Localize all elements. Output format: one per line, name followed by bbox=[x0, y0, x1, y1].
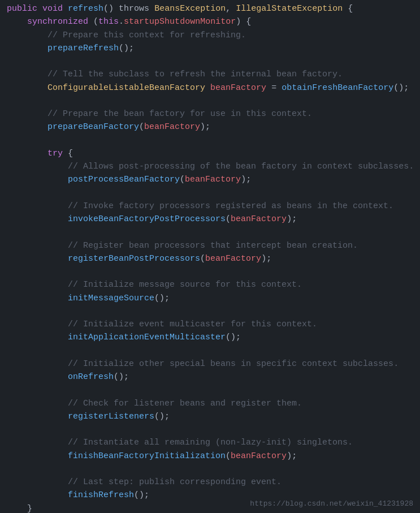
code-line-14: postProcessBeanFactory(beanFactory); bbox=[0, 173, 420, 186]
code-line-23: initMessageSource(); bbox=[0, 292, 420, 305]
code-line-13: // Allows post-processing of the bean fa… bbox=[0, 160, 420, 173]
code-line-3: // Prepare this context for refreshing. bbox=[0, 29, 420, 42]
code-line-7: ConfigurableListableBeanFactory beanFact… bbox=[0, 81, 420, 94]
code-line-2: synchronized (this.startupShutdownMonito… bbox=[0, 15, 420, 28]
code-line-29: onRefresh(); bbox=[0, 370, 420, 383]
footer-url: https://blog.csdn.net/weixin_41231928 bbox=[250, 498, 413, 510]
code-line-5 bbox=[0, 55, 420, 68]
code-line-1: public void refresh() throws BeansExcept… bbox=[0, 2, 420, 15]
code-line-11 bbox=[0, 134, 420, 147]
code-line-12: try { bbox=[0, 147, 420, 160]
code-line-31: // Check for listener beans and register… bbox=[0, 397, 420, 410]
code-line-26: initApplicationEventMulticaster(); bbox=[0, 331, 420, 344]
code-line-22: // Initialize message source for this co… bbox=[0, 278, 420, 291]
code-line-18 bbox=[0, 226, 420, 239]
code-line-15 bbox=[0, 187, 420, 200]
code-line-25: // Initialize event multicaster for this… bbox=[0, 318, 420, 331]
code-line-20: registerBeanPostProcessors(beanFactory); bbox=[0, 252, 420, 265]
code-line-10: prepareBeanFactory(beanFactory); bbox=[0, 120, 420, 133]
code-line-17: invokeBeanFactoryPostProcessors(beanFact… bbox=[0, 213, 420, 226]
code-line-16: // Invoke factory processors registered … bbox=[0, 200, 420, 213]
code-line-6: // Tell the subclass to refresh the inte… bbox=[0, 68, 420, 81]
code-line-24 bbox=[0, 305, 420, 318]
code-line-9: // Prepare the bean factory for use in t… bbox=[0, 107, 420, 120]
code-line-28: // Initialize other special beans in spe… bbox=[0, 357, 420, 370]
code-line-4: prepareRefresh(); bbox=[0, 42, 420, 55]
code-line-27 bbox=[0, 344, 420, 357]
code-line-21 bbox=[0, 265, 420, 278]
code-line-30 bbox=[0, 383, 420, 396]
code-line-36 bbox=[0, 463, 420, 476]
code-line-19: // Register bean processors that interce… bbox=[0, 239, 420, 252]
code-line-34: // Instantiate all remaining (non-lazy-i… bbox=[0, 436, 420, 449]
code-line-33 bbox=[0, 423, 420, 436]
code-line-8 bbox=[0, 94, 420, 107]
code-line-35: finishBeanFactoryInitialization(beanFact… bbox=[0, 450, 420, 463]
code-line-37: // Last step: publish corresponding even… bbox=[0, 476, 420, 489]
code-line-32: registerListeners(); bbox=[0, 410, 420, 423]
code-viewer: public void refresh() throws BeansExcept… bbox=[0, 0, 420, 513]
